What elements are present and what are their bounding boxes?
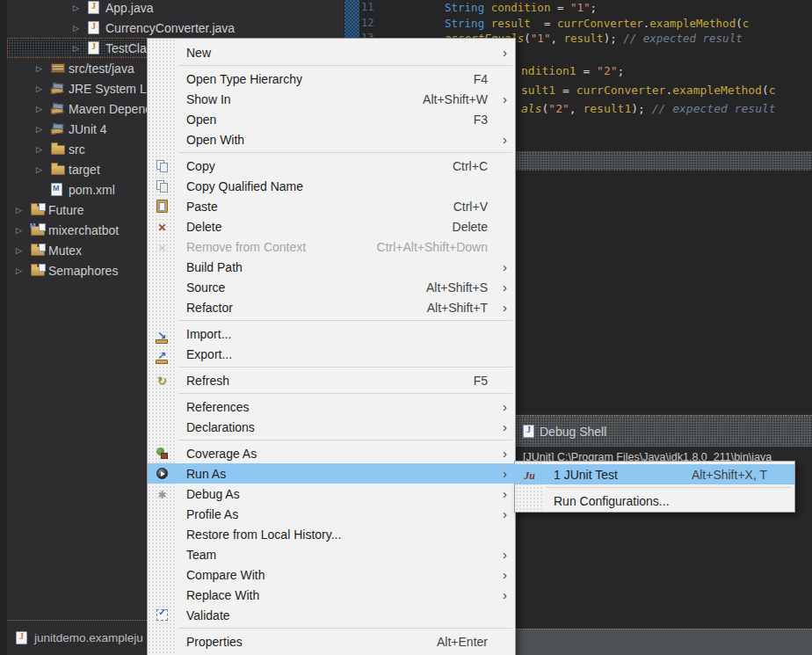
menu-item-label: Build Path xyxy=(177,260,488,274)
menu-item-profile-as[interactable]: Profile As xyxy=(148,504,515,524)
code-segment: ( xyxy=(762,84,769,97)
copy-qualified-icon xyxy=(156,180,168,193)
menu-item-show-in[interactable]: Show InAlt+Shift+W xyxy=(148,89,515,109)
expand-arrow-icon[interactable] xyxy=(36,125,51,134)
tab-debug-shell[interactable]: Debug Shell xyxy=(523,425,606,439)
tree-item-label: JRE System Lib xyxy=(69,82,156,96)
expand-arrow-icon[interactable] xyxy=(73,4,88,12)
menu-item-export[interactable]: Export... xyxy=(148,344,515,364)
menu-item-import[interactable]: Import... xyxy=(148,324,515,344)
code-segment: ( xyxy=(524,32,531,45)
import-icon xyxy=(157,328,166,340)
menu-item-label: Open With xyxy=(177,133,488,147)
menu-item-label: Delete xyxy=(177,220,453,234)
menu-item-1-junit-test[interactable]: 1 JUnit TestAlt+Shift+X, T xyxy=(515,464,794,484)
menu-icon-gutter xyxy=(148,344,177,364)
menu-item-debug-as[interactable]: Debug As xyxy=(148,484,515,504)
code-line: als("2", result1); // expected result xyxy=(521,102,776,115)
menu-item-delete[interactable]: DeleteDelete xyxy=(148,216,515,237)
menu-shortcut: Ctrl+V xyxy=(453,200,488,214)
code-segment: exampleMethod xyxy=(649,17,736,30)
run-as-submenu: 1 JUnit TestAlt+Shift+X, TRun Configurat… xyxy=(514,461,795,513)
menu-item-open-type-hierarchy[interactable]: Open Type HierarchyF4 xyxy=(148,69,515,89)
code-segment: "2" xyxy=(597,64,617,77)
expand-arrow-icon[interactable] xyxy=(36,165,51,174)
code-segment: ndition1 xyxy=(521,64,576,77)
expand-arrow-icon[interactable] xyxy=(73,44,88,53)
menu-item-new[interactable]: New xyxy=(148,42,515,62)
expand-arrow-icon[interactable] xyxy=(36,105,51,113)
tree-item-app-java[interactable]: App.java xyxy=(7,0,344,18)
menu-icon-gutter xyxy=(148,484,177,504)
menu-separator xyxy=(178,65,512,66)
code-segment: c xyxy=(769,84,776,97)
menu-item-compare-with[interactable]: Compare With xyxy=(148,564,515,585)
menu-item-refactor[interactable]: RefactorAlt+Shift+T xyxy=(148,297,515,317)
validate-icon xyxy=(156,609,168,621)
menu-icon-gutter xyxy=(148,69,177,89)
tree-item-label: CurrencyConverter.java xyxy=(105,21,235,35)
menu-item-label: Debug As xyxy=(177,487,488,501)
menu-item-source[interactable]: SourceAlt+Shift+S xyxy=(148,277,515,297)
expand-arrow-icon[interactable] xyxy=(36,84,51,93)
expand-arrow-icon[interactable] xyxy=(16,266,31,275)
menu-item-label: Restore from Local History... xyxy=(177,528,488,542)
menu-item-copy-qualified-name[interactable]: Copy Qualified Name xyxy=(148,176,515,196)
menu-item-label: Properties xyxy=(177,635,437,649)
submenu-arrow-icon xyxy=(488,46,515,59)
menu-item-properties[interactable]: PropertiesAlt+Enter xyxy=(148,631,515,651)
code-segment: als xyxy=(521,102,541,115)
menu-item-build-path[interactable]: Build Path xyxy=(148,257,515,277)
expand-arrow-icon[interactable] xyxy=(16,206,31,215)
code-segment: result1 xyxy=(583,102,631,115)
debug-shell-icon xyxy=(523,425,534,438)
menu-item-declarations[interactable]: Declarations xyxy=(148,417,515,437)
menu-item-label: Compare With xyxy=(177,568,488,582)
menu-item-open-with[interactable]: Open With xyxy=(148,129,515,149)
tree-item-label: Maven Depend xyxy=(69,102,152,116)
menu-item-team[interactable]: Team xyxy=(148,544,515,564)
menu-item-refresh[interactable]: RefreshF5 xyxy=(148,370,515,390)
menu-item-remove-from-context[interactable]: Remove from ContextCtrl+Alt+Shift+Down xyxy=(148,237,515,257)
submenu-arrow-icon xyxy=(488,280,515,294)
menu-shortcut: Alt+Shift+X, T xyxy=(692,468,767,482)
menu-item-copy[interactable]: CopyCtrl+C xyxy=(148,156,515,176)
context-menu: NewOpen Type HierarchyF4Show InAlt+Shift… xyxy=(147,38,516,655)
menu-item-run-configurations[interactable]: Run Configurations... xyxy=(515,491,794,511)
menu-item-label: Paste xyxy=(177,200,453,214)
code-segment: "1" xyxy=(570,1,591,14)
menu-separator xyxy=(178,320,512,321)
menu-item-coverage-as[interactable]: Coverage As xyxy=(148,443,515,463)
submenu-arrow-icon xyxy=(488,548,515,561)
debug-shell-panel: Debug Shell [JUnit] C:\Program Files\Jav… xyxy=(516,413,812,655)
expand-arrow-icon[interactable] xyxy=(73,24,88,33)
menu-separator xyxy=(178,440,512,440)
menu-item-run-as[interactable]: Run As xyxy=(148,463,515,484)
code-segment: "1" xyxy=(531,32,551,45)
menu-shortcut: Alt+Shift+S xyxy=(426,280,488,295)
expand-arrow-icon[interactable] xyxy=(16,226,31,235)
project-m-icon xyxy=(31,224,46,236)
tree-item-label: target xyxy=(69,163,100,177)
debug-shell-bottom-bar xyxy=(516,629,812,655)
menu-icon-gutter xyxy=(148,504,177,524)
expand-arrow-icon[interactable] xyxy=(36,145,51,154)
java-file-icon xyxy=(88,21,103,34)
window-left-edge xyxy=(0,0,7,655)
menu-shortcut: F4 xyxy=(474,72,488,86)
menu-item-restore-from-local-history[interactable]: Restore from Local History... xyxy=(148,524,515,544)
menu-item-replace-with[interactable]: Replace With xyxy=(148,585,515,605)
menu-item-open[interactable]: OpenF3 xyxy=(148,109,515,129)
menu-icon-gutter xyxy=(148,397,177,417)
menu-item-references[interactable]: References xyxy=(148,397,515,417)
menu-item-paste[interactable]: PasteCtrl+V xyxy=(148,196,515,216)
menu-icon-gutter xyxy=(148,605,177,625)
code-line: String result = currConverter.exampleMet… xyxy=(445,17,749,30)
expand-arrow-icon[interactable] xyxy=(16,246,31,255)
debug-icon xyxy=(157,488,166,500)
expand-arrow-icon[interactable] xyxy=(36,64,51,73)
menu-icon-gutter xyxy=(148,297,177,317)
tree-item-currencyconverter-java[interactable]: CurrencyConverter.java xyxy=(7,18,344,38)
tree-item-label: src/test/java xyxy=(69,62,134,76)
menu-item-validate[interactable]: Validate xyxy=(148,605,515,625)
